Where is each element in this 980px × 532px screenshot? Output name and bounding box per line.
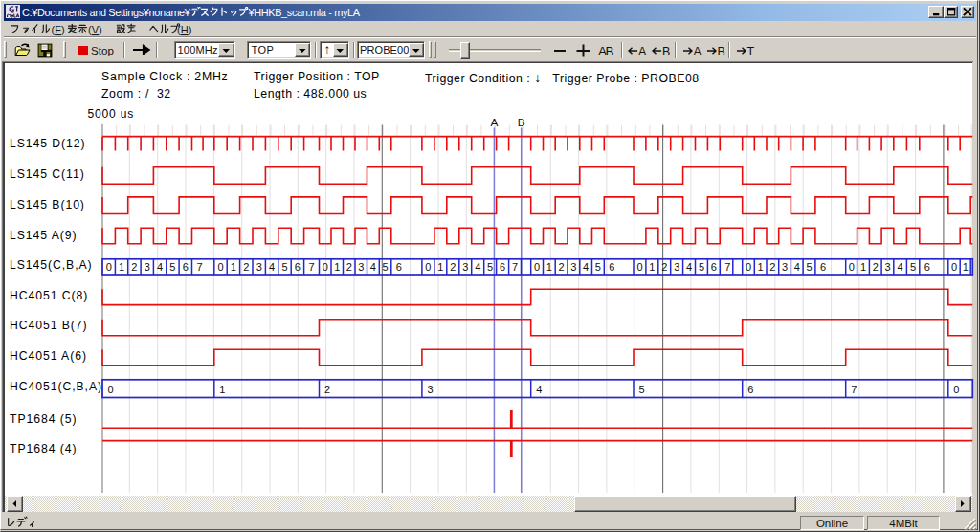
svg-text:4: 4 [583,261,589,273]
svg-text:2: 2 [450,261,456,273]
svg-text:1: 1 [231,261,236,273]
svg-text:3: 3 [145,261,150,273]
svg-text:2: 2 [661,261,667,273]
svg-text:7: 7 [309,261,315,273]
svg-text:5: 5 [487,261,493,273]
svg-text:1: 1 [963,261,969,273]
svg-text:3: 3 [570,261,576,273]
svg-text:4: 4 [370,261,376,273]
svg-text:4: 4 [898,261,903,273]
svg-text:1: 1 [546,261,552,273]
svg-text:0: 0 [636,261,642,273]
svg-text:4: 4 [269,261,275,273]
svg-text:6: 6 [396,261,402,273]
svg-text:0: 0 [106,261,112,273]
svg-text:7: 7 [512,261,518,273]
svg-text:2: 2 [769,261,775,273]
svg-text:3: 3 [427,384,433,395]
svg-text:6: 6 [609,261,614,273]
svg-text:5: 5 [281,261,287,273]
svg-text:4: 4 [475,261,480,273]
svg-text:1: 1 [334,261,340,273]
svg-text:2: 2 [873,261,879,273]
svg-text:5: 5 [806,261,812,273]
svg-text:1: 1 [219,384,225,395]
svg-text:5: 5 [169,261,175,273]
svg-text:0: 0 [108,384,114,395]
svg-text:6: 6 [820,261,826,273]
svg-text:1: 1 [649,261,655,273]
svg-text:0: 0 [217,261,223,273]
svg-text:3: 3 [358,261,364,273]
svg-text:0: 0 [425,261,431,273]
svg-text:4: 4 [157,261,163,273]
svg-text:2: 2 [346,261,352,273]
svg-text:2: 2 [131,261,137,273]
svg-text:1: 1 [119,261,124,273]
svg-text:4: 4 [794,261,800,273]
svg-text:0: 0 [534,261,540,273]
svg-text:6: 6 [295,261,301,273]
svg-text:5: 5 [639,384,645,395]
svg-text:A: A [490,116,498,129]
svg-text:1: 1 [437,261,443,273]
svg-text:6: 6 [500,261,505,273]
svg-text:3: 3 [884,261,890,273]
svg-text:5: 5 [699,261,704,273]
svg-text:6: 6 [711,261,717,273]
svg-text:0: 0 [953,384,959,395]
svg-text:5: 5 [595,261,601,273]
svg-text:2: 2 [243,261,249,273]
svg-text:7: 7 [724,261,730,273]
svg-text:1: 1 [758,261,764,273]
svg-text:6: 6 [747,384,753,395]
svg-text:4: 4 [686,261,692,273]
svg-text:0: 0 [951,261,957,273]
svg-text:3: 3 [256,261,262,273]
svg-text:5: 5 [383,261,389,273]
svg-text:2: 2 [324,384,330,395]
svg-text:0: 0 [746,261,751,273]
svg-text:5: 5 [910,261,916,273]
svg-text:0: 0 [849,261,855,273]
svg-text:6: 6 [924,261,930,273]
svg-text:4: 4 [536,384,542,395]
svg-text:2: 2 [559,261,565,273]
svg-text:0: 0 [323,261,328,273]
svg-text:3: 3 [462,261,468,273]
svg-text:7: 7 [851,384,857,395]
svg-text:6: 6 [183,261,189,273]
svg-text:3: 3 [782,261,788,273]
svg-text:7: 7 [197,261,203,273]
svg-text:1: 1 [860,261,866,273]
svg-text:3: 3 [674,261,679,273]
svg-text:B: B [518,116,525,129]
